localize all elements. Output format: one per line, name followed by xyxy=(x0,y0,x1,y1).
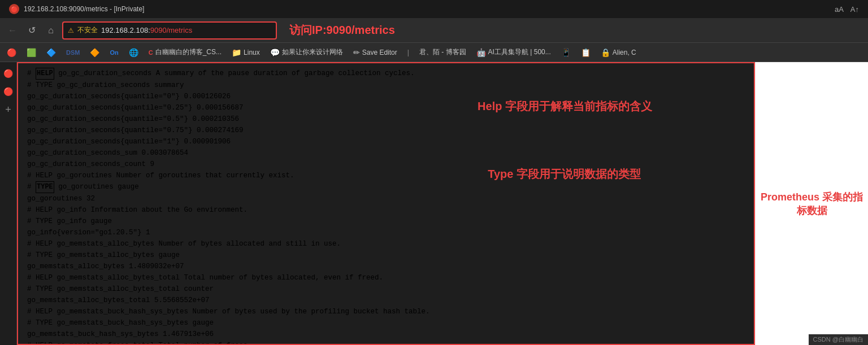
bookmark-csdn[interactable]: C 白幽幽白的博客_CS... xyxy=(144,46,226,58)
bookmark-icon-8: 📁 xyxy=(232,48,241,57)
nav-bar: ← ↺ ⌂ ⚠ 不安全 192.168.2.108:9090/metrics 访… xyxy=(0,18,868,43)
bookmark-edge[interactable]: 🌐 xyxy=(124,47,143,58)
metrics-line-7: go_gc_duration_seconds_sum 0.003078654 xyxy=(27,147,745,159)
bookmark-misc1[interactable]: 📱 xyxy=(557,47,575,58)
bookmark-label-network: 如果让你来设计网络 xyxy=(282,47,343,57)
metrics-line-2: go_gc_duration_seconds{quantile="0"} 0.0… xyxy=(27,91,745,102)
bookmark-icon-4: 🔶 xyxy=(90,48,99,57)
bookmark-red[interactable]: 🔴 xyxy=(2,47,21,58)
security-warning: ⚠ xyxy=(68,27,74,34)
bookmark-icon-1: 🟩 xyxy=(27,48,36,57)
title-bar-right: aA A↑ xyxy=(835,5,859,14)
metrics-line-3: go_gc_duration_seconds{quantile="0.25"} … xyxy=(27,102,745,113)
refresh-button[interactable]: ↺ xyxy=(24,23,40,38)
bookmark-icon-5: On xyxy=(110,49,118,56)
bookmark-icon-9: 💬 xyxy=(270,48,280,57)
metrics-line-16: # TYPE go_memstats_alloc_bytes gauge xyxy=(27,250,745,261)
sidebar-btn-plus[interactable]: + xyxy=(2,103,15,116)
bookmark-ai-tools[interactable]: 🤖 AI工具集导航 | 500... xyxy=(472,46,555,58)
address-port: 9090/metrics xyxy=(150,26,192,34)
aa-button[interactable]: aA xyxy=(835,5,844,14)
bookmark-icon-10: ✏ xyxy=(353,48,360,57)
metrics-line-15: # HELP go_memstats_alloc_bytes Number of… xyxy=(27,238,745,250)
metrics-line-1: # TYPE go_gc_duration_seconds summary xyxy=(27,80,745,91)
bookmark-label-alien: Alien, C xyxy=(613,49,636,56)
metrics-line-24: # HELP go_memstats_frees_total Total num… xyxy=(27,340,745,344)
metrics-line-18: # HELP go_memstats_alloc_bytes_total Tot… xyxy=(27,272,745,283)
bookmark-alien[interactable]: 🔒 Alien, C xyxy=(596,47,641,58)
bookmark-icon-misc1: 📱 xyxy=(561,48,571,57)
metrics-line-22: # TYPE go_memstats_buck_hash_sys_bytes g… xyxy=(27,317,745,329)
bookmark-label-csdn: 白幽幽白的博客_CS... xyxy=(155,47,222,57)
font-size-button[interactable]: A↑ xyxy=(850,5,859,14)
bookmark-dsm[interactable]: DSM xyxy=(62,48,84,57)
bookmark-icon-7: C xyxy=(149,49,153,56)
bookmark-icon-3: DSM xyxy=(66,49,80,56)
sidebar: 🔴 🔴 + xyxy=(0,62,17,345)
metrics-line-17: go_memstats_alloc_bytes 1.4809032e+07 xyxy=(27,261,745,272)
content-wrapper: # HELP go_gc_duration_seconds A summary … xyxy=(17,62,755,345)
bookmark-label-linux: Linux xyxy=(244,49,260,56)
bookmark-label-save-editor-text: Save Editor xyxy=(362,49,397,56)
sidebar-btn-0[interactable]: 🔴 xyxy=(2,67,15,80)
window-title: 192.168.2.108:9090/metrics - [InPrivate] xyxy=(24,5,144,13)
address-text: 192.168.2.108:9090/metrics xyxy=(101,26,192,34)
bookmark-icon-0: 🔴 xyxy=(7,48,16,57)
bookmark-blue-diamond[interactable]: 🔷 xyxy=(42,47,60,58)
bookmark-misc2[interactable]: 📋 xyxy=(576,47,595,58)
bookmark-label-blog: 君、陌 - 博客园 xyxy=(419,47,466,57)
bookmark-icon-6: 🌐 xyxy=(129,48,138,57)
metrics-line-11: go_goroutines 32 xyxy=(27,193,745,204)
metrics-line-8: go_gc_duration_seconds_count 9 xyxy=(27,159,745,170)
status-text: CSDN @白幽幽白 xyxy=(813,335,863,344)
separator-icon: | xyxy=(407,49,409,56)
bookmark-icon-lock: 🔒 xyxy=(601,48,610,57)
bookmarks-bar: 🔴 🟩 🔷 DSM 🔶 On 🌐 C 白幽幽白的博客_CS... 📁 Linux… xyxy=(0,43,868,62)
status-bar: CSDN @白幽幽白 xyxy=(809,334,868,345)
bookmark-label-ai: AI工具集导航 | 500... xyxy=(488,47,551,57)
right-annotation: Prometheus 采集的指标数据 xyxy=(756,186,868,222)
bookmark-separator: | xyxy=(403,47,414,58)
bookmark-blog-garden[interactable]: 君、陌 - 博客园 xyxy=(415,46,471,58)
metrics-border: # HELP go_gc_duration_seconds A summary … xyxy=(17,62,755,345)
back-button[interactable]: ← xyxy=(5,23,20,38)
title-bar: 🔴 192.168.2.108:9090/metrics - [InPrivat… xyxy=(0,0,868,18)
bookmark-icon-2: 🔷 xyxy=(46,48,56,57)
metrics-line-14: go_info{version="go1.20.5"} 1 xyxy=(27,227,745,238)
metrics-line-6: go_gc_duration_seconds{quantile="1"} 0.0… xyxy=(27,136,745,147)
bookmark-network[interactable]: 💬 如果让你来设计网络 xyxy=(266,46,348,58)
sidebar-btn-1[interactable]: 🔴 xyxy=(2,85,15,98)
page-title: 访问IP:9090/metrics xyxy=(289,23,395,38)
bookmark-orange[interactable]: 🔶 xyxy=(85,47,104,58)
metrics-line-0: # HELP go_gc_duration_seconds A summary … xyxy=(27,68,745,80)
browser-icon: 🔴 xyxy=(9,4,19,14)
address-host: 192.168.2.108: xyxy=(101,26,150,34)
help-keyword: HELP xyxy=(36,68,54,80)
main-area: 🔴 🔴 + # HELP go_gc_duration_seconds A su… xyxy=(0,62,868,345)
metrics-line-23: go_memstats_buck_hash_sys_bytes 1.467913… xyxy=(27,329,745,340)
metrics-line-13: # TYPE go_info gauge xyxy=(27,216,745,227)
metrics-line-5: go_gc_duration_seconds{quantile="0.75"} … xyxy=(27,125,745,136)
metrics-line-12: # HELP go_info Information about the Go … xyxy=(27,204,745,216)
metrics-line-4: go_gc_duration_seconds{quantile="0.5"} 0… xyxy=(27,113,745,125)
metrics-line-10: # TYPE go_goroutines gauge xyxy=(27,181,745,193)
metrics-line-19: # TYPE go_memstats_alloc_bytes_total cou… xyxy=(27,283,745,295)
bookmark-on[interactable]: On xyxy=(105,48,123,57)
bookmark-icon-ai: 🤖 xyxy=(476,48,486,57)
metrics-line-20: go_memstats_alloc_bytes_total 5.5568552e… xyxy=(27,295,745,306)
home-button[interactable]: ⌂ xyxy=(43,23,59,38)
security-label: 不安全 xyxy=(77,25,98,35)
bookmark-green[interactable]: 🟩 xyxy=(22,47,41,58)
type-keyword: TYPE xyxy=(36,181,54,193)
metrics-content[interactable]: # HELP go_gc_duration_seconds A summary … xyxy=(18,63,754,344)
right-panel: Prometheus 采集的指标数据 xyxy=(755,62,868,345)
metrics-line-21: # HELP go_memstats_buck_hash_sys_bytes N… xyxy=(27,306,745,317)
bookmark-save-editor[interactable]: ✏ Prometheus 采集的指标数据 Save Editor xyxy=(349,47,402,58)
title-bar-left: 🔴 192.168.2.108:9090/metrics - [InPrivat… xyxy=(9,4,144,14)
metrics-line-9: # HELP go_goroutines Number of goroutine… xyxy=(27,170,745,181)
bookmark-linux[interactable]: 📁 Linux xyxy=(227,47,264,58)
bookmark-icon-misc2: 📋 xyxy=(581,48,591,57)
address-bar[interactable]: ⚠ 不安全 192.168.2.108:9090/metrics xyxy=(62,21,277,40)
